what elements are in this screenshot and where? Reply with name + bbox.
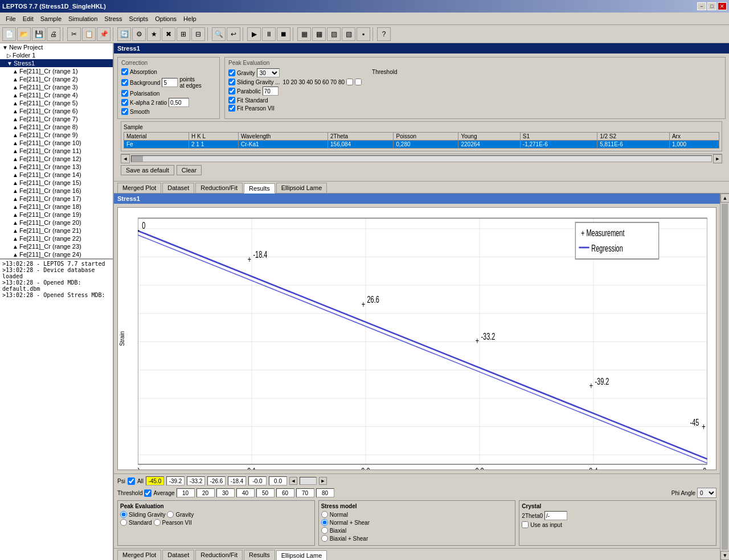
toolbar-btn-16[interactable]: ▶ — [247, 27, 261, 41]
tree-range-8[interactable]: ▲Fe[211]_Cr (range 8) — [0, 123, 113, 131]
bottom-tab-reduction-fit[interactable]: Reduction/Fit — [195, 550, 243, 560]
tree-range-18[interactable]: ▲Fe[211]_Cr (range 18) — [0, 203, 113, 211]
menu-scripts[interactable]: Scripts — [126, 14, 152, 23]
tree-range-17[interactable]: ▲Fe[211]_Cr (range 17) — [0, 195, 113, 203]
tree-range-2[interactable]: ▲Fe[211]_Cr (range 2) — [0, 75, 113, 83]
thresh-50[interactable]: 50 — [256, 488, 275, 497]
tree-new-project[interactable]: ▼ New Project — [0, 43, 113, 51]
menu-stress[interactable]: Stress — [101, 14, 125, 23]
thresh-60[interactable]: 60 — [276, 488, 294, 497]
close-button[interactable]: ✕ — [718, 2, 727, 10]
tree-range-9[interactable]: ▲Fe[211]_Cr (range 9) — [0, 131, 113, 139]
toolbar-btn-21[interactable]: ▨ — [327, 27, 341, 41]
psi-value-neg26[interactable]: -26.6 — [207, 476, 226, 485]
scroll-up-btn[interactable]: ▲ — [720, 193, 729, 203]
save-default-button[interactable]: Save as default — [121, 165, 174, 175]
toolbar-btn-13[interactable]: ⊟ — [191, 27, 205, 41]
toolbar-btn-14[interactable]: 🔍 — [212, 27, 226, 41]
tree-range-20[interactable]: ▲Fe[211]_Cr (range 20) — [0, 219, 113, 227]
toolbar-btn-19[interactable]: ▦ — [297, 27, 311, 41]
thresh-20[interactable]: 20 — [196, 488, 215, 497]
tree-range-14[interactable]: ▲Fe[211]_Cr (range 14) — [0, 171, 113, 179]
toolbar-btn-8[interactable]: 🔄 — [117, 27, 131, 41]
radio-pearson-input[interactable] — [154, 519, 161, 526]
toolbar-btn-6[interactable]: 📋 — [82, 27, 96, 41]
maximize-button[interactable]: □ — [707, 2, 716, 10]
thresh-70[interactable]: 70 — [296, 488, 314, 497]
tree-range-4[interactable]: ▲Fe[211]_Cr (range 4) — [0, 91, 113, 99]
thresh-30[interactable]: 30 — [216, 488, 235, 497]
table-row[interactable]: Fe 2 1 1 Cr-Ka1 156,084 0,280 220264 -1,… — [124, 141, 719, 149]
toolbar-btn-18[interactable]: ⏹ — [277, 27, 290, 41]
parabolic-value-input[interactable] — [263, 87, 279, 96]
bottom-tab-merged-plot[interactable]: Merged Plot — [117, 550, 161, 560]
tree-range-6[interactable]: ▲Fe[211]_Cr (range 6) — [0, 107, 113, 115]
fit-standard-checkbox[interactable] — [228, 97, 235, 104]
tree-folder1[interactable]: ▷ Folder 1 — [0, 51, 113, 59]
gravity-checkbox[interactable] — [228, 69, 235, 76]
radio-gravity-input[interactable] — [167, 511, 174, 518]
tree-range-23[interactable]: ▲Fe[211]_Cr (range 23) — [0, 242, 113, 250]
gravity-select[interactable]: 304050 — [257, 68, 280, 77]
polarisation-checkbox[interactable] — [121, 90, 128, 97]
smooth-checkbox[interactable] — [121, 108, 128, 115]
2theta0-input[interactable] — [544, 511, 567, 520]
tab-dataset[interactable]: Dataset — [162, 183, 194, 193]
tree-range-11[interactable]: ▲Fe[211]_Cr (range 11) — [0, 147, 113, 155]
psi-value-neg18[interactable]: -18.4 — [228, 476, 246, 485]
thresh-40[interactable]: 40 — [236, 488, 255, 497]
toolbar-btn-17[interactable]: ⏸ — [262, 27, 276, 41]
psi-value-neg45[interactable]: -45.0 — [146, 476, 164, 485]
radio-standard-input[interactable] — [120, 519, 127, 526]
sliding-gravity-checkbox[interactable] — [228, 79, 235, 85]
phi-angle-select[interactable]: 04590 — [697, 488, 716, 498]
menu-file[interactable]: File — [2, 14, 19, 23]
minimize-button[interactable]: − — [697, 2, 706, 10]
tree-range-7[interactable]: ▲Fe[211]_Cr (range 7) — [0, 115, 113, 123]
radio-biaxial-input[interactable] — [321, 527, 328, 534]
tab-reduction-fit[interactable]: Reduction/Fit — [195, 183, 243, 193]
tree-stress1[interactable]: ▼ Stress1 — [0, 59, 113, 67]
threshold-average-checkbox[interactable] — [144, 489, 151, 497]
menu-sample[interactable]: Sample — [37, 14, 65, 23]
psi-all-checkbox[interactable] — [128, 477, 135, 485]
tree-range-13[interactable]: ▲Fe[211]_Cr (range 13) — [0, 163, 113, 171]
tab-ellipsoid-lame[interactable]: Ellipsoid Lame — [276, 183, 327, 193]
toolbar-btn-4[interactable]: 🖨 — [47, 27, 60, 41]
sg-checkbox-extra2[interactable] — [355, 79, 362, 85]
background-checkbox[interactable] — [121, 79, 128, 86]
hscroll-right-btn[interactable]: ► — [713, 154, 722, 163]
menu-help[interactable]: Help — [180, 14, 200, 23]
fit-pearson-checkbox[interactable] — [228, 105, 235, 112]
toolbar-btn-2[interactable]: 📂 — [17, 27, 31, 41]
scroll-down-btn[interactable]: ▼ — [720, 551, 729, 560]
psi-value-neg33[interactable]: -33.2 — [187, 476, 205, 485]
toolbar-btn-12[interactable]: ⊞ — [177, 27, 190, 41]
toolbar-btn-24[interactable]: ? — [377, 27, 391, 41]
tree-range-21[interactable]: ▲Fe[211]_Cr (range 21) — [0, 227, 113, 234]
background-value-input[interactable] — [162, 78, 178, 87]
clear-button[interactable]: Clear — [177, 165, 202, 175]
absorption-checkbox[interactable] — [121, 68, 128, 75]
menu-edit[interactable]: Edit — [19, 14, 37, 23]
menu-options[interactable]: Options — [151, 14, 180, 23]
toolbar-btn-11[interactable]: ✖ — [162, 27, 175, 41]
toolbar-btn-3[interactable]: 💾 — [32, 27, 46, 41]
psi-scrollbar[interactable] — [300, 477, 317, 485]
radio-normal-shear-input[interactable] — [321, 519, 328, 526]
toolbar-btn-5[interactable]: ✂ — [67, 27, 81, 41]
hscroll-track[interactable] — [131, 155, 712, 162]
sg-checkbox-extra[interactable] — [346, 79, 353, 85]
tree-range-1[interactable]: ▲Fe[211]_Cr (range 1) — [0, 67, 113, 75]
thresh-10[interactable]: 10 — [177, 488, 195, 497]
tree-range-3[interactable]: ▲Fe[211]_Cr (range 3) — [0, 83, 113, 91]
tree-range-24[interactable]: ▲Fe[211]_Cr (range 24) — [0, 250, 113, 258]
toolbar-btn-1[interactable]: 📄 — [2, 27, 16, 41]
thresh-80[interactable]: 80 — [316, 488, 334, 497]
kalpha-checkbox[interactable] — [121, 99, 128, 106]
kalpha-value-input[interactable] — [169, 98, 189, 107]
psi-value-0[interactable]: 0.0 — [269, 476, 287, 485]
radio-normal-input[interactable] — [321, 511, 328, 518]
toolbar-btn-23[interactable]: ▪ — [357, 27, 370, 41]
radio-sliding-gravity-input[interactable] — [120, 511, 127, 518]
